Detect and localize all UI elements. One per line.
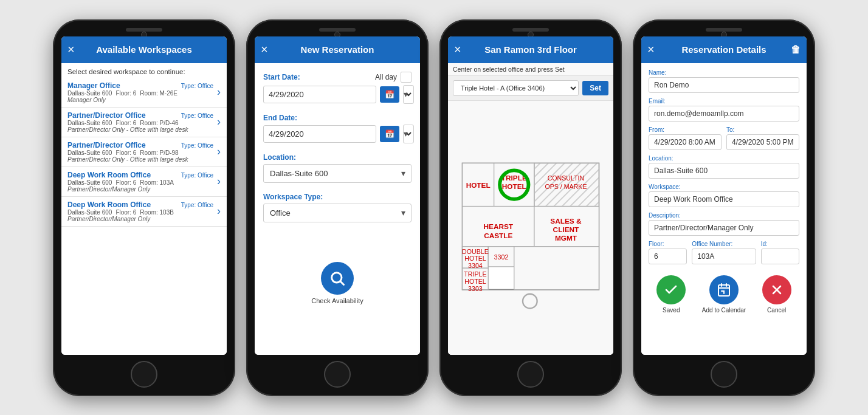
description-label: Description: <box>649 212 799 219</box>
home-button-1[interactable] <box>131 361 157 388</box>
close-icon-4[interactable]: × <box>647 43 655 57</box>
close-icon-3[interactable]: × <box>454 43 461 57</box>
speaker-4 <box>706 28 742 32</box>
item-type: Type: Office <box>181 202 213 208</box>
location-detail-label: Location: <box>649 155 799 162</box>
header-4: × Reservation Details 🗑 <box>641 36 807 63</box>
all-day-label: All day <box>375 73 397 81</box>
to-field: To: <box>726 126 799 150</box>
item-room: Room: M-26E <box>140 90 177 97</box>
screen-3: × San Ramon 3rd Floor Center on selected… <box>448 36 613 355</box>
start-date-label: Start Date: <box>263 73 300 81</box>
svg-text:HOTEL: HOTEL <box>464 278 486 285</box>
workspace-type-label: Workspace Type: <box>263 193 412 201</box>
end-date-input[interactable] <box>263 125 376 143</box>
item-room: Room: 103B <box>140 209 174 216</box>
floor-map-content: Center on selected office and press Set … <box>448 63 613 355</box>
list-item[interactable]: Manager Office Type: Office Dallas-Suite… <box>61 78 227 108</box>
item-note: Partner/Director/Manager Only <box>67 216 213 222</box>
end-time-select[interactable]: 5:00 PM <box>403 125 414 143</box>
check-availability-icon <box>321 262 354 295</box>
svg-text:HOTEL: HOTEL <box>466 180 491 189</box>
name-label: Name: <box>649 69 799 76</box>
home-button-2[interactable] <box>324 361 351 388</box>
cancel-button[interactable]: Cancel <box>762 275 791 314</box>
all-day-checkbox[interactable] <box>401 72 412 83</box>
name-input[interactable] <box>649 77 799 93</box>
floor-input[interactable] <box>649 249 687 264</box>
chevron-icon: › <box>217 115 221 128</box>
start-date-input[interactable] <box>263 86 376 103</box>
check-availability-button[interactable]: Check Availability <box>311 262 363 304</box>
email-label: Email: <box>649 98 799 105</box>
subtitle-1: Select desired workspace to continue: <box>61 63 227 78</box>
start-date-calendar-button[interactable]: 📅 <box>380 86 399 103</box>
item-title: Deep Work Room Office <box>67 171 151 179</box>
to-input[interactable] <box>726 134 799 150</box>
location-detail-input[interactable] <box>649 163 799 179</box>
header-1: × Available Workspaces <box>61 36 227 63</box>
item-suite: Dallas-Suite 600 <box>67 149 112 156</box>
workspace-detail-input[interactable] <box>649 191 799 207</box>
item-suite: Dallas-Suite 600 <box>67 179 112 186</box>
email-field-group: Email: <box>649 98 799 122</box>
list-item[interactable]: Partner/Director Office Type: Office Dal… <box>61 137 227 167</box>
item-note: Manager Only <box>67 97 213 103</box>
from-input[interactable] <box>649 134 722 150</box>
description-input[interactable] <box>649 220 799 236</box>
item-floor: Floor: 6 <box>115 149 136 156</box>
saved-button[interactable]: Saved <box>656 275 686 314</box>
home-button-4[interactable] <box>711 361 737 388</box>
home-button-3[interactable] <box>517 361 544 388</box>
header-title-2: New Reservation <box>301 44 374 55</box>
location-select[interactable]: Dallas-Suite 600 <box>263 164 412 183</box>
office-number-input[interactable] <box>692 249 756 264</box>
floor-office-id-row: Floor: Office Number: Id: <box>649 241 799 264</box>
to-label: To: <box>726 126 799 133</box>
svg-text:CLIENT: CLIENT <box>553 225 579 234</box>
header-2: × New Reservation <box>255 36 420 63</box>
item-note: Partner/Director Only - Office with larg… <box>67 126 213 133</box>
end-date-label: End Date: <box>263 114 412 122</box>
chevron-icon: › <box>217 175 221 188</box>
description-field: Description: <box>649 212 799 236</box>
trash-icon[interactable]: 🗑 <box>791 44 801 55</box>
item-floor: Floor: 6 <box>115 179 136 186</box>
svg-text:3302: 3302 <box>494 253 509 261</box>
calendar-icon <box>709 275 739 304</box>
end-date-calendar-button[interactable]: 📅 <box>380 126 399 142</box>
list-item[interactable]: Deep Work Room Office Type: Office Dalla… <box>61 167 227 197</box>
floor-plan-area[interactable]: HOTEL TRIPLE HOTEL CONSULTIN OPS / MARKE… <box>448 101 613 355</box>
close-icon-2[interactable]: × <box>261 43 268 57</box>
list-item[interactable]: Deep Work Room Office Type: Office Dalla… <box>61 197 227 227</box>
reservation-form: Start Date: All day 📅 8:00 AM <box>255 63 420 355</box>
item-room: Room: P/D-46 <box>140 120 178 126</box>
workspace-field-group: Workspace: <box>649 183 799 207</box>
chevron-icon: › <box>217 86 221 98</box>
header-title-1: Available Workspaces <box>96 44 192 55</box>
location-group: Location: Dallas-Suite 600 <box>263 153 412 183</box>
id-label: Id: <box>761 241 799 247</box>
office-number-field: Office Number: <box>692 241 756 264</box>
name-field: Name: <box>649 69 799 93</box>
office-dropdown[interactable]: Triple Hotel - A (Office 3406) <box>453 80 579 96</box>
workspace-type-select[interactable]: Office <box>263 204 412 222</box>
floor-field: Floor: <box>649 241 687 264</box>
start-time-select[interactable]: 8:00 AM <box>403 85 414 104</box>
svg-rect-11 <box>514 246 599 289</box>
add-to-calendar-button[interactable]: Add to Calendar <box>702 275 746 314</box>
header-title-4: Reservation Details <box>681 44 766 55</box>
item-room: Room: 103A <box>140 179 174 186</box>
speaker-1 <box>126 28 162 32</box>
id-input[interactable] <box>761 249 799 264</box>
email-input[interactable] <box>649 106 799 122</box>
svg-text:TRIPLE: TRIPLE <box>464 270 486 278</box>
speaker-2 <box>319 28 356 32</box>
set-button[interactable]: Set <box>582 81 608 95</box>
list-item[interactable]: Partner/Director Office Type: Office Dal… <box>61 108 227 137</box>
svg-text:HOTEL: HOTEL <box>502 182 526 191</box>
close-icon-1[interactable]: × <box>67 43 75 57</box>
phone-3: × San Ramon 3rd Floor Center on selected… <box>439 19 622 396</box>
svg-text:DOUBLE: DOUBLE <box>462 247 489 255</box>
saved-label: Saved <box>663 307 680 314</box>
